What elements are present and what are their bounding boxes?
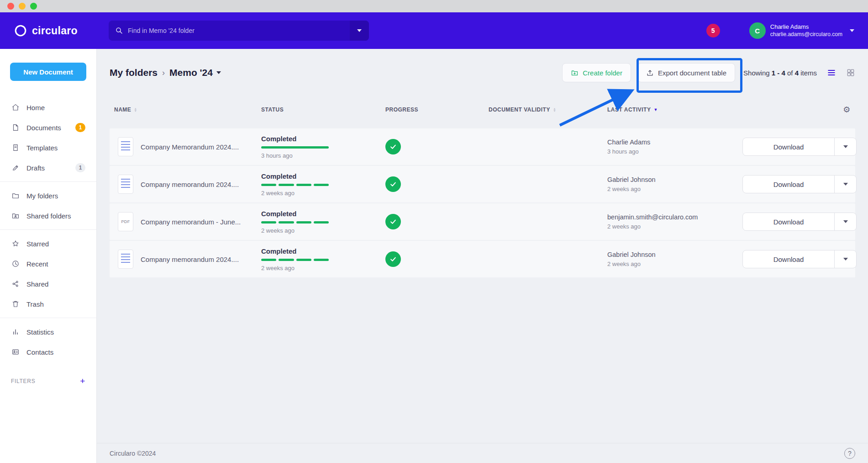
app-header: circularo 5 C Charlie Adams charlie.adam… (0, 12, 868, 49)
notification-badge[interactable]: 5 (706, 24, 720, 37)
grid-view-icon[interactable] (846, 68, 855, 77)
status-label: Completed (261, 135, 385, 143)
progress-bar (261, 184, 329, 186)
minimize-window-button[interactable] (19, 3, 26, 10)
breadcrumb-current-folder[interactable]: Memo '24 (169, 67, 221, 78)
column-header-progress[interactable]: PROGRESS (385, 106, 489, 113)
list-view-icon[interactable] (827, 68, 836, 77)
sidebar-item-templates[interactable]: Templates (0, 138, 96, 158)
progress-cell (385, 214, 489, 229)
avatar: C (749, 22, 766, 39)
document-name: Company memorandum 2024.... (141, 181, 239, 188)
table-row[interactable]: PDF Company memorandum - June... Complet… (110, 203, 855, 240)
clock-icon (11, 259, 20, 268)
download-options-button[interactable] (834, 176, 856, 193)
sidebar-item-label: Trash (26, 300, 44, 308)
macos-titlebar (0, 0, 868, 12)
create-folder-label: Create folder (583, 69, 622, 77)
star-icon (11, 239, 20, 248)
export-label: Export document table (658, 69, 726, 77)
sidebar-item-my-folders[interactable]: My folders (0, 186, 96, 206)
column-header-last-activity[interactable]: LAST ACTIVITY ▼ (607, 106, 742, 113)
breadcrumb-separator: › (162, 68, 165, 78)
status-label: Completed (261, 247, 385, 255)
download-split-button: Download (742, 138, 857, 156)
sidebar-nav: Home Documents 1 Templates (0, 97, 96, 362)
progress-bar (261, 259, 329, 261)
sidebar-item-label: Starred (26, 240, 49, 248)
document-name: Company Memorandum 2024.... (141, 143, 239, 151)
sidebar-item-shared[interactable]: Shared (0, 274, 96, 294)
sidebar-item-shared-folders[interactable]: Shared folders (0, 206, 96, 226)
sidebar-item-statistics[interactable]: Statistics (0, 322, 96, 342)
column-header-name[interactable]: NAME ▲▼ (114, 106, 261, 113)
download-button[interactable]: Download (743, 213, 834, 230)
search-input[interactable] (128, 27, 350, 34)
circularo-logo-icon (14, 24, 27, 37)
search-bar (109, 21, 369, 41)
chevron-down-icon (843, 258, 848, 261)
sidebar-item-recent[interactable]: Recent (0, 254, 96, 274)
new-document-button[interactable]: New Document (10, 63, 86, 81)
progress-bar (261, 221, 329, 224)
completed-check-icon (385, 214, 401, 229)
table-header: NAME ▲▼ STATUS PROGRESS DOCUMENT VALIDIT… (110, 102, 855, 117)
brand-logo[interactable]: circularo (14, 24, 87, 37)
zoom-window-button[interactable] (30, 3, 37, 10)
help-button[interactable]: ? (844, 448, 855, 459)
sidebar-item-contacts[interactable]: Contacts (0, 342, 96, 362)
table-settings-button[interactable]: ⚙ (742, 105, 855, 115)
footer: Circularo ©2024 ? (97, 443, 868, 463)
document-icon (11, 123, 20, 132)
download-options-button[interactable] (834, 138, 856, 155)
sidebar-item-label: Shared folders (26, 212, 71, 220)
download-button[interactable]: Download (743, 250, 834, 268)
sidebar-item-home[interactable]: Home (0, 97, 96, 117)
sidebar-item-starred[interactable]: Starred (0, 234, 96, 254)
progress-cell (385, 176, 489, 192)
progress-bar (261, 146, 329, 149)
folder-toolbar: My folders › Memo '24 Create folder Expo (110, 62, 855, 84)
breadcrumb-current-label: Memo '24 (169, 67, 213, 78)
sidebar-item-label: Recent (26, 260, 48, 268)
download-split-button: Download (742, 250, 857, 268)
create-folder-button[interactable]: Create folder (562, 63, 631, 82)
last-activity-cell: Charlie Adams 3 hours ago (607, 138, 742, 155)
pdf-file-icon: PDF (118, 212, 133, 231)
status-time: 3 hours ago (261, 152, 385, 159)
search-scope-dropdown[interactable] (350, 21, 369, 41)
download-button[interactable]: Download (743, 176, 834, 193)
activity-user: Gabriel Johnson (607, 251, 742, 258)
folder-icon (11, 191, 20, 200)
add-filter-button[interactable]: + (80, 377, 85, 385)
sidebar-item-label: Home (26, 104, 45, 112)
table-row[interactable]: Company memorandum 2024.... Completed 2 … (110, 241, 855, 277)
status-label: Completed (261, 172, 385, 180)
column-header-status[interactable]: STATUS (261, 106, 385, 113)
download-button[interactable]: Download (743, 138, 834, 155)
column-header-document-validity[interactable]: DOCUMENT VALIDITY ▲▼ (489, 106, 607, 113)
table-row[interactable]: Company memorandum 2024.... Completed 2 … (110, 166, 855, 202)
status-cell: Completed 2 weeks ago (261, 210, 385, 234)
breadcrumb: My folders › Memo '24 (110, 67, 221, 78)
user-menu[interactable]: C Charlie Adams charlie.adams@circularo.… (749, 22, 854, 39)
edit-pencil-icon (11, 163, 20, 172)
download-options-button[interactable] (834, 213, 856, 230)
question-mark-icon: ? (848, 450, 852, 457)
document-name-cell: Company memorandum 2024.... (114, 175, 261, 194)
last-activity-cell: Gabriel Johnson 2 weeks ago (607, 176, 742, 192)
sidebar-item-label: Shared (26, 280, 48, 288)
last-activity-cell: benjamin.smith@circularo.com 2 weeks ago (607, 213, 742, 230)
export-document-table-button[interactable]: Export document table (637, 63, 735, 82)
sidebar-item-documents[interactable]: Documents 1 (0, 117, 96, 138)
sidebar-item-trash[interactable]: Trash (0, 294, 96, 314)
status-time: 2 weeks ago (261, 265, 385, 271)
sidebar-item-drafts[interactable]: Drafts 1 (0, 158, 96, 178)
download-options-button[interactable] (834, 250, 856, 268)
breadcrumb-my-folders[interactable]: My folders (110, 67, 158, 78)
document-name-cell: Company memorandum 2024.... (114, 250, 261, 269)
download-split-button: Download (742, 175, 857, 193)
table-row[interactable]: Company Memorandum 2024.... Completed 3 … (110, 128, 855, 165)
completed-check-icon (385, 251, 401, 267)
close-window-button[interactable] (7, 3, 14, 10)
